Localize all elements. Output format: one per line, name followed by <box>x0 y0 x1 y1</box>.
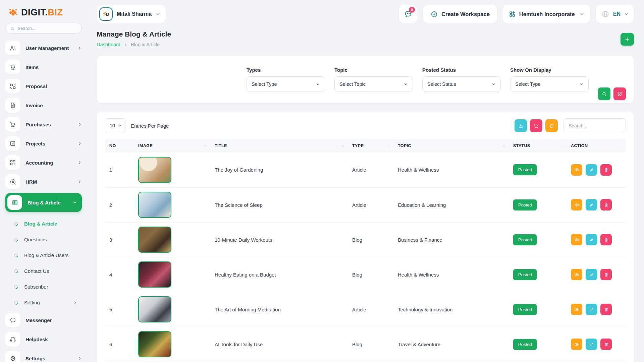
sidebar-item-helpdesk[interactable]: Helpdesk <box>5 331 82 347</box>
table-row: 1 The Joy of Gardening Article Health & … <box>105 153 626 187</box>
sort-icon[interactable]: ↑↓ <box>502 144 508 148</box>
sidebar-item-settings[interactable]: Settings <box>5 351 82 362</box>
delete-button[interactable] <box>600 234 612 245</box>
article-title: AI Tools for Daily Use <box>212 327 350 362</box>
sidebar-item-blog-article[interactable]: Blog & Article <box>5 193 82 212</box>
breadcrumb-dashboard-link[interactable]: Dashboard <box>97 42 120 47</box>
sidebar-item-accounting[interactable]: Accounting <box>5 155 82 170</box>
show-on-display-select[interactable]: Select Type <box>510 76 589 92</box>
sort-icon[interactable]: ↑↓ <box>341 144 347 148</box>
create-workspace-button[interactable]: Create Workspace <box>423 5 497 23</box>
gear-icon <box>5 351 20 362</box>
check-square-icon <box>5 136 20 151</box>
blog-icon <box>7 195 22 210</box>
entries-per-page-select[interactable]: 10 <box>105 118 125 133</box>
article-type: Article <box>350 153 395 187</box>
edit-button[interactable] <box>586 269 597 280</box>
view-button[interactable] <box>571 339 582 350</box>
posted-status-select[interactable]: Select Status <box>422 76 501 92</box>
sidebar-item-label: Messenger <box>25 317 82 323</box>
workspace-name: Hemtush Incorporate <box>519 11 575 17</box>
table-row: 2 The Science of Sleep Article Education… <box>105 187 626 222</box>
grid-plus-icon <box>5 155 20 170</box>
article-thumbnail[interactable] <box>138 192 171 218</box>
view-button[interactable] <box>571 234 582 245</box>
article-thumbnail[interactable] <box>138 157 171 183</box>
breadcrumb: Dashboard Blog & Article <box>97 42 171 47</box>
table-search-input[interactable] <box>564 118 626 133</box>
article-thumbnail[interactable] <box>138 296 171 322</box>
sidebar-item-items[interactable]: Items <box>5 59 82 75</box>
edit-button[interactable] <box>586 199 597 210</box>
table-row: 6 AI Tools for Daily Use Blog Travel & A… <box>105 327 626 362</box>
workspace-switcher[interactable]: Hemtush Incorporate <box>502 5 590 23</box>
delete-button[interactable] <box>600 339 612 350</box>
article-thumbnail[interactable] <box>138 227 171 253</box>
row-number: 1 <box>105 153 136 187</box>
sidebar-subitem-blog-article[interactable]: Blog & Article <box>5 216 82 232</box>
chevron-down-icon <box>404 82 408 86</box>
sidebar-subitem-blog-article-users[interactable]: Blog & Article Users <box>5 247 82 263</box>
sidebar-item-hrm[interactable]: HRM <box>5 174 82 189</box>
add-blog-button[interactable] <box>621 33 634 46</box>
sidebar-item-user-management[interactable]: User Management <box>5 40 82 56</box>
table-row: 3 10-Minute Daily Workouts Blog Business… <box>105 222 626 257</box>
sort-icon[interactable]: ↑↓ <box>560 144 566 148</box>
bullet-icon <box>13 284 19 290</box>
edit-button[interactable] <box>586 304 597 315</box>
table-row: 5 The Art of Morning Meditation Article … <box>105 292 626 327</box>
view-button[interactable] <box>571 164 582 176</box>
status-badge: Posted <box>513 164 537 175</box>
article-thumbnail[interactable] <box>138 261 171 288</box>
sidebar-item-proposal[interactable]: Proposal <box>5 78 82 94</box>
delete-button[interactable] <box>600 199 612 210</box>
sidebar-item-invoice[interactable]: Invoice <box>5 98 82 113</box>
sidebar-item-messenger[interactable]: Messenger <box>5 312 82 328</box>
sidebar-subitem-questions[interactable]: Questions <box>5 232 82 247</box>
svg-text:D: D <box>106 12 109 17</box>
user-menu[interactable]: D Mitali Sharma <box>97 5 166 23</box>
sort-icon[interactable]: ↑↓ <box>387 144 392 148</box>
types-select[interactable]: Select Type <box>247 76 325 92</box>
delete-button[interactable] <box>600 269 612 280</box>
sidebar-subitem-subscriber[interactable]: Subscriber <box>5 279 82 295</box>
export-download-button[interactable] <box>515 119 527 132</box>
filter-search-button[interactable] <box>598 87 610 100</box>
language-switcher[interactable]: EN <box>596 5 634 23</box>
messages-button[interactable]: 0 <box>399 5 418 23</box>
sidebar-item-purchases[interactable]: Purchases <box>5 117 82 132</box>
edit-button[interactable] <box>586 164 597 176</box>
clear-filter-button[interactable] <box>613 87 626 100</box>
view-button[interactable] <box>571 269 582 280</box>
sidebar-search[interactable] <box>5 23 82 34</box>
chevron-down-icon <box>580 12 584 16</box>
article-title: The Joy of Gardening <box>212 153 350 187</box>
article-thumbnail[interactable] <box>138 331 171 357</box>
status-badge: Posted <box>513 304 537 315</box>
plus-circle-icon <box>430 10 438 18</box>
chat-bubble-icon <box>5 313 20 327</box>
col-type: TYPE↑↓ <box>350 139 395 153</box>
topic-select[interactable]: Select Topic <box>334 76 413 92</box>
sidebar-subitem-setting[interactable]: Setting <box>5 295 82 310</box>
user-name: Mitali Sharma <box>117 11 152 17</box>
cart-icon <box>5 117 20 132</box>
view-button[interactable] <box>571 199 582 210</box>
edit-button[interactable] <box>586 234 597 245</box>
article-topic: Health & Wellness <box>395 153 511 187</box>
delete-button[interactable] <box>600 304 612 315</box>
delete-button[interactable] <box>600 164 612 176</box>
sidebar-subitem-contact-us[interactable]: Contact Us <box>5 263 82 279</box>
edit-button[interactable] <box>586 339 597 350</box>
app-window: DIGIT.BIZ User Management <box>0 0 644 362</box>
bullet-icon <box>13 221 19 227</box>
undo-button[interactable] <box>530 119 542 132</box>
sort-icon[interactable]: ↑↓ <box>204 144 209 148</box>
sidebar-search-input[interactable] <box>17 26 77 31</box>
article-topic: Travel & Adventure <box>395 327 511 362</box>
refresh-button[interactable] <box>545 119 558 132</box>
view-button[interactable] <box>571 304 582 315</box>
sidebar-item-projects[interactable]: Projects <box>5 136 82 151</box>
bullet-icon <box>13 300 19 305</box>
entries-per-page-label: Entries Per Page <box>131 123 169 129</box>
